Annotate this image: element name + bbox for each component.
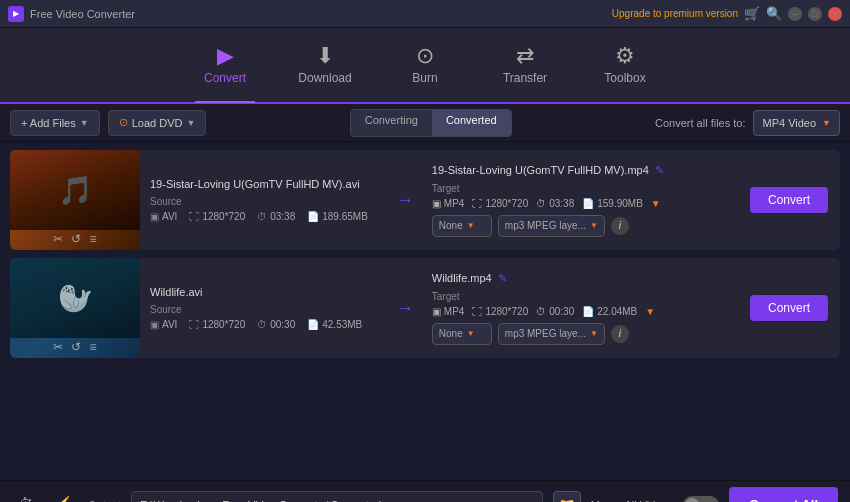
source-label-1: Source xyxy=(150,196,378,207)
source-props-1: ▣ AVI ⛶ 1280*720 ⏱ 03:38 📄 189.65MB xyxy=(150,211,378,222)
thumb-controls-1: ✂ ↺ ≡ xyxy=(10,232,140,246)
add-files-label: + Add Files xyxy=(21,117,76,129)
minimize-button[interactable]: − xyxy=(788,7,802,21)
source-resolution-1: ⛶ 1280*720 xyxy=(189,211,245,222)
cart-icon: 🛒 xyxy=(744,6,760,21)
audio2-chevron: ▼ xyxy=(590,221,598,230)
effects-icon[interactable]: ≡ xyxy=(89,232,96,246)
info-button-1[interactable]: i xyxy=(611,217,629,235)
target-format-icon-2: ▣ xyxy=(432,306,441,317)
target-dur-icon-2: ⏱ xyxy=(536,306,546,317)
add-files-button[interactable]: + Add Files ▼ xyxy=(10,110,100,136)
history-button[interactable]: ⏱ xyxy=(12,491,40,503)
audio-preset-2-a[interactable]: None ▼ xyxy=(432,323,492,345)
audio2-1-chevron: ▼ xyxy=(467,329,475,338)
target-props-2: ▣ MP4 ⛶ 1280*720 ⏱ 00:30 📄 22.04MB ▼ xyxy=(432,306,728,317)
browse-folder-button[interactable]: 📁 xyxy=(553,491,581,503)
nav-item-transfer[interactable]: ⇄ Transfer xyxy=(475,27,575,103)
target-size-2: 📄 22.04MB xyxy=(582,306,637,317)
size-icon-1: 📄 xyxy=(307,211,319,222)
title-bar-left: ▶ Free Video Converter xyxy=(8,6,135,22)
target-filename-1: 19-Sistar-Loving U(GomTV FullHD MV).mp4 … xyxy=(432,164,728,177)
nav-label-convert: Convert xyxy=(204,71,246,85)
app-icon: ▶ xyxy=(8,6,24,22)
arrow-icon-1: → xyxy=(396,190,414,211)
target-res-icon-2: ⛶ xyxy=(472,306,482,317)
source-props-2: ▣ AVI ⛶ 1280*720 ⏱ 00:30 📄 42.53MB xyxy=(150,319,378,330)
convert-all-button[interactable]: Convert All xyxy=(729,487,838,503)
format-select[interactable]: MP4 Video ▼ xyxy=(753,110,840,136)
target-size-1: 📄 159.90MB xyxy=(582,198,643,209)
audio-preset-1-b[interactable]: mp3 MPEG laye... ▼ xyxy=(498,215,605,237)
format-icon-2: ▣ xyxy=(150,319,159,330)
resolution-icon-1: ⛶ xyxy=(189,211,199,222)
merge-toggle[interactable] xyxy=(683,496,719,503)
target-dropdown-2[interactable]: ▼ xyxy=(645,306,655,317)
edit-icon-1[interactable]: ✎ xyxy=(655,164,664,177)
nav-item-download[interactable]: ⬇ Download xyxy=(275,27,375,103)
target-format-2: ▣ MP4 xyxy=(432,306,465,317)
target-selects-2: None ▼ mp3 MPEG laye... ▼ i xyxy=(432,323,728,345)
audio2-2-chevron: ▼ xyxy=(590,329,598,338)
download-nav-icon: ⬇ xyxy=(316,45,334,67)
target-resolution-1: ⛶ 1280*720 xyxy=(472,198,528,209)
source-resolution-2: ⛶ 1280*720 xyxy=(189,319,245,330)
thumbnail-2: 🦭 ✂ ↺ ≡ xyxy=(10,258,140,358)
thumbnail-1: 🎵 ✂ ↺ ≡ xyxy=(10,150,140,250)
load-dvd-button[interactable]: ⊙ Load DVD ▼ xyxy=(108,110,207,136)
output-path[interactable]: E:\Wondershare Free Video Converter\Conv… xyxy=(131,491,543,503)
nav-item-burn[interactable]: ⊙ Burn xyxy=(375,27,475,103)
format-icon-1: ▣ xyxy=(150,211,159,222)
file-row-2: 🦭 ✂ ↺ ≡ Wildlife.avi Source ▣ AVI ⛶ 1280… xyxy=(10,258,840,358)
output-label: Output xyxy=(88,499,121,503)
convert-nav-icon: ▶ xyxy=(217,45,234,67)
convert-btn-section-1: Convert xyxy=(738,150,840,250)
target-resolution-2: ⛶ 1280*720 xyxy=(472,306,528,317)
target-filename-2: Wildlife.mp4 ✎ xyxy=(432,272,728,285)
target-section-2: Wildlife.mp4 ✎ Target ▣ MP4 ⛶ 1280*720 ⏱… xyxy=(422,258,738,358)
output-path-text: E:\Wondershare Free Video Converter\Conv… xyxy=(140,499,381,503)
cut-icon[interactable]: ✂ xyxy=(53,232,63,246)
tab-converted[interactable]: Converted xyxy=(432,110,511,136)
toggle-thumb xyxy=(685,498,699,503)
nav-item-convert[interactable]: ▶ Convert xyxy=(175,27,275,103)
title-bar: ▶ Free Video Converter Upgrade to premiu… xyxy=(0,0,850,28)
edit-icon-2[interactable]: ✎ xyxy=(498,272,507,285)
target-label-1: Target xyxy=(432,183,728,194)
convert-button-1[interactable]: Convert xyxy=(750,187,828,213)
rotate-icon-2[interactable]: ↺ xyxy=(71,340,81,354)
audio-preset-1-a[interactable]: None ▼ xyxy=(432,215,492,237)
nav-label-toolbox: Toolbox xyxy=(604,71,645,85)
toolbar: + Add Files ▼ ⊙ Load DVD ▼ Converting Co… xyxy=(0,104,850,142)
target-dropdown-1[interactable]: ▼ xyxy=(651,198,661,209)
audio-preset-2-b[interactable]: mp3 MPEG laye... ▼ xyxy=(498,323,605,345)
info-button-2[interactable]: i xyxy=(611,325,629,343)
target-selects-1: None ▼ mp3 MPEG laye... ▼ i xyxy=(432,215,728,237)
maximize-button[interactable]: □ xyxy=(808,7,822,21)
close-button[interactable]: × xyxy=(828,7,842,21)
rotate-icon[interactable]: ↺ xyxy=(71,232,81,246)
source-format-2: ▣ AVI xyxy=(150,319,177,330)
nav-item-toolbox[interactable]: ⚙ Toolbox xyxy=(575,27,675,103)
tab-group: Converting Converted xyxy=(350,109,512,137)
cut-icon-2[interactable]: ✂ xyxy=(53,340,63,354)
title-bar-right: Upgrade to premium version 🛒 🔍 − □ × xyxy=(612,6,842,21)
effects-icon-2[interactable]: ≡ xyxy=(89,340,96,354)
source-filename-2: Wildlife.avi xyxy=(150,286,378,298)
target-size-icon-2: 📄 xyxy=(582,306,594,317)
source-size-1: 📄 189.65MB xyxy=(307,211,368,222)
boost-button[interactable]: ⚡ xyxy=(50,491,78,503)
burn-nav-icon: ⊙ xyxy=(416,45,434,67)
format-value: MP4 Video xyxy=(762,117,816,129)
convert-button-2[interactable]: Convert xyxy=(750,295,828,321)
target-props-1: ▣ MP4 ⛶ 1280*720 ⏱ 03:38 📄 159.90MB ▼ xyxy=(432,198,728,209)
search-icon[interactable]: 🔍 xyxy=(766,6,782,21)
dvd-icon: ⊙ xyxy=(119,116,128,129)
target-section-1: 19-Sistar-Loving U(GomTV FullHD MV).mp4 … xyxy=(422,150,738,250)
upgrade-link[interactable]: Upgrade to premium version xyxy=(612,8,738,19)
source-duration-1: ⏱ 03:38 xyxy=(257,211,295,222)
target-res-icon-1: ⛶ xyxy=(472,198,482,209)
main-content: 🎵 ✂ ↺ ≡ 19-Sistar-Loving U(GomTV FullHD … xyxy=(0,142,850,480)
tab-converting[interactable]: Converting xyxy=(351,110,432,136)
audio1-chevron: ▼ xyxy=(467,221,475,230)
